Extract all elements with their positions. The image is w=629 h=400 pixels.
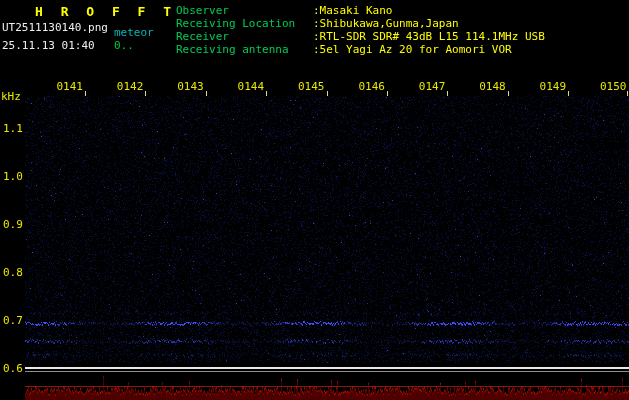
info-value: :Shibukawa,Gunma,Japan bbox=[313, 17, 459, 30]
hrofft-window: H R O F F T UT2511130140.png meteor 25.1… bbox=[0, 0, 629, 400]
time-tick-label: 0142 bbox=[117, 80, 144, 93]
station-info-block: Observer:Masaki KanoReceiving Location:S… bbox=[176, 4, 545, 56]
time-tick-label: 0143 bbox=[177, 80, 204, 93]
freq-tick-label: 0.6 bbox=[3, 362, 23, 375]
info-row: Observer:Masaki Kano bbox=[176, 4, 545, 17]
time-tick-mark bbox=[387, 91, 388, 96]
time-tick-label: 0145 bbox=[298, 80, 325, 93]
time-tick-mark bbox=[447, 91, 448, 96]
info-label: Receiver bbox=[176, 30, 313, 43]
time-tick-mark bbox=[266, 91, 267, 96]
freq-unit-label: kHz bbox=[1, 91, 21, 102]
info-value: :RTL-SDR SDR# 43dB L15 114.1MHz USB bbox=[313, 30, 545, 43]
time-tick-label: 0150 bbox=[600, 80, 627, 93]
output-filename: UT2511130140.png bbox=[2, 22, 108, 33]
app-title: H R O F F T bbox=[35, 5, 176, 18]
mode-label: meteor bbox=[114, 27, 154, 38]
time-tick-mark bbox=[327, 91, 328, 96]
info-row: Receiving antenna:5el Yagi Az 20 for Aom… bbox=[176, 43, 545, 56]
freq-tick-label: 0.8 bbox=[3, 266, 23, 279]
time-tick-label: 0141 bbox=[56, 80, 83, 93]
info-row: Receiving Location:Shibukawa,Gunma,Japan bbox=[176, 17, 545, 30]
datetime-label: 25.11.13 01:40 bbox=[2, 40, 95, 51]
time-tick-label: 0146 bbox=[358, 80, 385, 93]
info-value: :Masaki Kano bbox=[313, 4, 392, 17]
time-tick-mark bbox=[145, 91, 146, 96]
time-tick-mark bbox=[206, 91, 207, 96]
info-value: :5el Yagi Az 20 for Aomori VOR bbox=[313, 43, 512, 56]
info-label: Observer bbox=[176, 4, 313, 17]
freq-tick-label: 0.9 bbox=[3, 218, 23, 231]
freq-tick-label: 1.0 bbox=[3, 170, 23, 183]
time-tick-mark bbox=[627, 91, 628, 96]
time-tick-label: 0149 bbox=[540, 80, 567, 93]
time-tick-mark bbox=[85, 91, 86, 96]
status-count: 0.. bbox=[114, 40, 134, 51]
spectrogram-canvas bbox=[0, 0, 629, 400]
info-label: Receiving antenna bbox=[176, 43, 313, 56]
time-tick-mark bbox=[568, 91, 569, 96]
freq-tick-label: 1.1 bbox=[3, 122, 23, 135]
time-tick-mark bbox=[508, 91, 509, 96]
time-tick-label: 0144 bbox=[238, 80, 265, 93]
info-row: Receiver:RTL-SDR SDR# 43dB L15 114.1MHz … bbox=[176, 30, 545, 43]
freq-tick-label: 0.7 bbox=[3, 314, 23, 327]
time-tick-label: 0147 bbox=[419, 80, 446, 93]
info-label: Receiving Location bbox=[176, 17, 313, 30]
time-tick-label: 0148 bbox=[479, 80, 506, 93]
